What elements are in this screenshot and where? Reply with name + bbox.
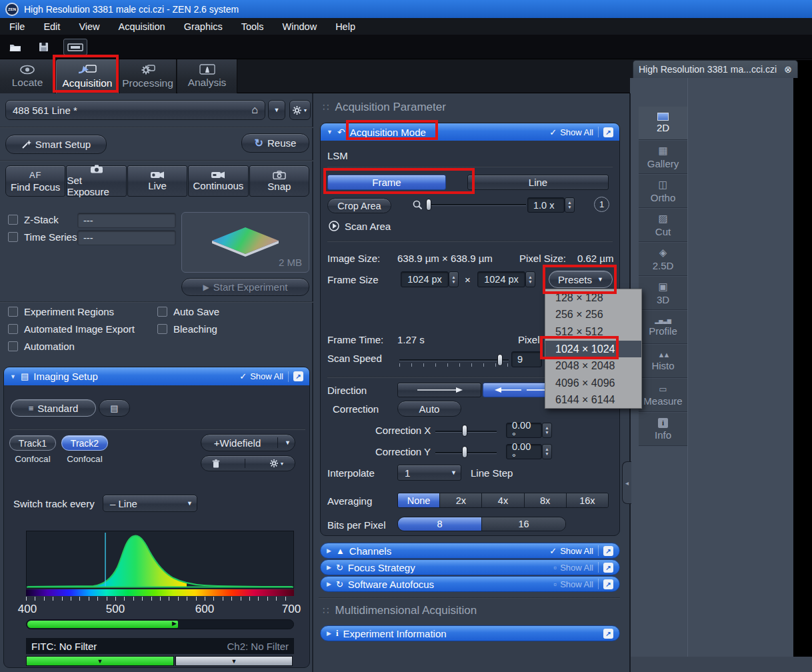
- correction-y-slider-handle[interactable]: [462, 446, 467, 458]
- correction-x-field[interactable]: 0.00 °: [506, 423, 542, 438]
- standard-mode-button[interactable]: ≡ Standard: [11, 399, 96, 417]
- time-series-value-field[interactable]: ---: [77, 230, 176, 245]
- menu-window[interactable]: Window: [273, 21, 327, 32]
- direction-unidirectional-button[interactable]: [397, 383, 481, 397]
- imaging-setup-header[interactable]: ▼ ▤ Imaging Setup ✓ Show All ↗: [4, 367, 309, 385]
- channel2-range-slider[interactable]: ▼: [175, 656, 293, 666]
- zoom-reset-button[interactable]: 1: [594, 197, 609, 212]
- experiment-config-dropdown-button[interactable]: ▼: [268, 100, 285, 120]
- scan-mode-frame-button[interactable]: Frame: [327, 175, 446, 190]
- preset-option-128[interactable]: 128 × 128: [545, 289, 641, 307]
- reuse-button[interactable]: ↻ Reuse: [241, 133, 309, 153]
- correction-x-slider-handle[interactable]: [462, 425, 467, 437]
- averaging-8x-option[interactable]: 8x: [525, 493, 567, 507]
- preset-option-256[interactable]: 256 × 256: [545, 307, 641, 324]
- tab-analysis[interactable]: Analysis: [177, 59, 237, 93]
- view-tab-3d[interactable]: ▣ 3D: [639, 277, 687, 310]
- focus-strategy-panel-header[interactable]: ▶ ↻ Focus Strategy ▫ Show All ↗: [320, 559, 620, 575]
- automation-checkbox[interactable]: [8, 341, 18, 351]
- view-tab-info[interactable]: i Info: [639, 413, 687, 446]
- show-all-toggle[interactable]: ✓ Show All: [239, 371, 283, 381]
- save-icon[interactable]: [35, 39, 52, 55]
- menu-edit[interactable]: Edit: [34, 21, 69, 32]
- preset-option-512[interactable]: 512 × 512: [545, 323, 641, 341]
- start-experiment-button[interactable]: ▶ Start Experiment: [181, 278, 309, 296]
- automated-image-export-checkbox[interactable]: [8, 324, 18, 334]
- frame-size-y-spinner[interactable]: ▲▼: [525, 271, 535, 287]
- correction-x-spinner[interactable]: ▲▼: [542, 423, 552, 438]
- correction-y-field[interactable]: 0.00 °: [506, 444, 542, 459]
- averaging-4x-option[interactable]: 4x: [482, 493, 524, 507]
- document-close-icon[interactable]: ⊗: [784, 64, 792, 75]
- view-tab-ortho[interactable]: ◫ Ortho: [639, 175, 687, 208]
- find-focus-button[interactable]: AF Find Focus: [5, 165, 65, 197]
- scan-speed-slider-track[interactable]: [399, 359, 509, 361]
- delete-track-icon[interactable]: [212, 459, 220, 468]
- crop-area-button[interactable]: Crop Area: [327, 198, 391, 213]
- averaging-none-option[interactable]: None: [398, 493, 440, 507]
- preset-option-4096[interactable]: 4096 × 4096: [545, 375, 641, 392]
- zoom-value-field[interactable]: 1.0 x: [527, 197, 565, 213]
- detection-range-track[interactable]: ▶: [26, 619, 294, 629]
- scan-speed-field[interactable]: 9: [511, 351, 542, 367]
- undock-icon[interactable]: ↗: [293, 371, 303, 381]
- undock-icon[interactable]: ↗: [603, 629, 613, 639]
- presets-button[interactable]: Presets ▼: [549, 271, 613, 288]
- channels-panel-header[interactable]: ▶ ▲ Channels ✓ Show All ↗: [320, 543, 620, 559]
- bits-16-option[interactable]: 16: [482, 517, 565, 531]
- track2-button[interactable]: Track2: [61, 435, 108, 451]
- smart-setup-button[interactable]: Smart Setup: [5, 135, 107, 154]
- bits-8-option[interactable]: 8: [398, 517, 482, 531]
- show-all-toggle[interactable]: ✓ Show All: [549, 546, 593, 556]
- scan-area-expander-icon[interactable]: [329, 221, 339, 231]
- preset-option-1024[interactable]: 1024 × 1024: [545, 341, 641, 358]
- switch-track-select[interactable]: – Line ▼: [103, 495, 197, 512]
- view-tab-cut[interactable]: ▨ Cut: [639, 209, 687, 242]
- correction-y-spinner[interactable]: ▲▼: [542, 444, 552, 459]
- view-tab-measure[interactable]: ▭ Measure: [639, 379, 687, 412]
- time-series-checkbox[interactable]: [8, 232, 18, 242]
- menu-tools[interactable]: Tools: [232, 21, 273, 32]
- view-tab-2d[interactable]: 2D: [639, 107, 687, 140]
- averaging-16x-option[interactable]: 16x: [567, 493, 608, 507]
- zstack-checkbox[interactable]: [8, 215, 18, 225]
- experiment-options-gear-button[interactable]: ▼: [289, 100, 311, 120]
- document-tab[interactable]: High Resolution 3381 ma...cci.czi ⊗: [633, 60, 798, 78]
- experiment-config-select[interactable]: 488 561 Line * ⌂: [5, 100, 265, 120]
- preset-option-2048[interactable]: 2048 × 2048: [545, 357, 641, 375]
- tab-acquisition[interactable]: Acquisition: [56, 59, 119, 93]
- experiment-information-panel-header[interactable]: ▶ i Experiment Information ↗: [320, 625, 620, 641]
- view-tab-profile[interactable]: ▂▅▃▆ Profile: [639, 311, 687, 344]
- stage-control-icon[interactable]: [63, 39, 87, 55]
- preset-option-6144[interactable]: 6144 × 6144: [545, 392, 641, 409]
- frame-size-x-spinner[interactable]: ▲▼: [449, 271, 459, 287]
- undock-icon[interactable]: ↗: [603, 546, 613, 556]
- zstack-value-field[interactable]: ---: [77, 213, 176, 228]
- set-exposure-button[interactable]: Set Exposure: [66, 165, 126, 197]
- menu-acquisition[interactable]: Acquisition: [109, 21, 175, 32]
- track-settings-gear-icon[interactable]: ▼: [270, 459, 285, 467]
- view-tab-histo[interactable]: ▲▲ Histo: [639, 345, 687, 378]
- software-autofocus-panel-header[interactable]: ▶ ↻ Software Autofocus ▫ Show All ↗: [320, 576, 620, 592]
- menu-file[interactable]: File: [0, 21, 34, 32]
- live-button[interactable]: Live: [127, 165, 187, 197]
- continuous-button[interactable]: Continuous: [188, 165, 248, 197]
- add-widefield-dropdown[interactable]: +Widefield ▼: [201, 434, 295, 451]
- correction-auto-button[interactable]: Auto: [397, 401, 461, 417]
- advanced-mode-button[interactable]: ▤: [99, 399, 130, 417]
- undock-icon[interactable]: ↗: [603, 563, 613, 573]
- show-all-toggle[interactable]: ✓ Show All: [549, 127, 593, 137]
- zoom-slider-handle[interactable]: [426, 199, 431, 211]
- track1-button[interactable]: Track1: [9, 435, 56, 451]
- scan-speed-slider-handle[interactable]: [497, 354, 503, 366]
- undock-icon[interactable]: ↗: [603, 127, 613, 137]
- snap-button[interactable]: Snap: [249, 165, 309, 197]
- view-tab-25d[interactable]: ◈ 2.5D: [639, 243, 687, 276]
- bleaching-checkbox[interactable]: [157, 324, 167, 334]
- detection-range-fill[interactable]: ▶: [27, 621, 178, 628]
- interpolate-select[interactable]: 1 ▼: [397, 465, 461, 481]
- zoom-slider-track[interactable]: [429, 204, 526, 206]
- menu-view[interactable]: View: [69, 21, 109, 32]
- channel1-range-slider[interactable]: ▼: [26, 656, 174, 666]
- tab-processing[interactable]: Processing: [119, 59, 177, 93]
